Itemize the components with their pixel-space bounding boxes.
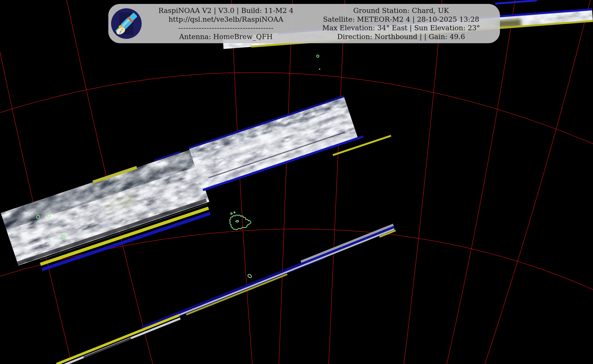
graticule-meridian: [329, 0, 345, 364]
satellite-swath-bottom: [54, 224, 397, 364]
banner-divider: -------------------------------------: [142, 24, 309, 32]
banner-satellite-pass: Satellite: METEOR-M2 4 | 28-10-2025 13:2…: [309, 15, 493, 24]
coastline-islet: [319, 69, 320, 70]
banner-antenna: Antenna: HomeBrew_QFH: [142, 32, 309, 41]
banner-left-column: RaspiNOAA V2 | V3.0 | Build: 11-M2 4 htt…: [142, 6, 309, 41]
coastline-ireland: [230, 215, 251, 230]
graticule-meridian: [447, 0, 515, 364]
graticule-grid: [0, 0, 593, 364]
coastline-islet: [248, 274, 252, 278]
swath-image-right-segment: [189, 97, 358, 190]
raspinoaa-composite-screen: RaspiNOAA V2 | V3.0 | Build: 11-M2 4 htt…: [0, 0, 593, 364]
banner-direction-gain: Direction: Northbound | | Gain: 49.6: [309, 32, 493, 41]
banner-url: http://qsl.net/ve3elb/RaspiNOAA: [142, 15, 309, 24]
graticule-meridian: [231, 0, 252, 364]
satellite-logo-icon: [110, 7, 142, 40]
coastline-islet: [234, 212, 235, 213]
graticule-meridian: [279, 0, 293, 364]
info-banner: RaspiNOAA V2 | V3.0 | Build: 11-M2 4 htt…: [108, 4, 500, 43]
graticule-meridian: [404, 0, 442, 364]
graticule-meridian: [485, 0, 590, 364]
banner-title: RaspiNOAA V2 | V3.0 | Build: 11-M2 4: [142, 6, 309, 15]
satellite-map-image: [0, 0, 593, 364]
banner-ground-station: Ground Station: Chard, UK: [309, 6, 493, 15]
coastline-islet: [317, 55, 319, 57]
coastline-ireland-lough: [236, 221, 239, 222]
coastline-islet: [231, 213, 232, 214]
banner-right-column: Ground Station: Chard, UK Satellite: MET…: [309, 6, 500, 41]
banner-elevation: Max Elevation: 34° East | Sun Elevation:…: [309, 24, 493, 32]
raspinoaa-logo: [110, 7, 142, 40]
swath-fragment-blue-line: [495, 0, 558, 5]
banner-text: RaspiNOAA V2 | V3.0 | Build: 11-M2 4 htt…: [142, 4, 500, 43]
